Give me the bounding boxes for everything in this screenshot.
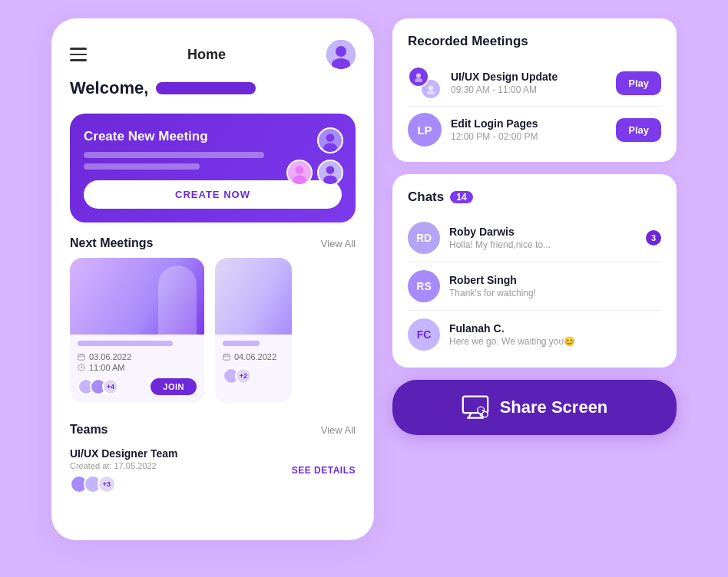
chat-preview-2: Thank's for watching! bbox=[449, 288, 661, 298]
svg-point-27 bbox=[429, 86, 433, 91]
meeting-card-content-2: 04.06.2022 +2 bbox=[215, 335, 292, 392]
meeting-card-date-1: 03.06.2022 bbox=[78, 352, 197, 361]
avatar-plus-2: +2 bbox=[235, 368, 252, 384]
meeting-avatars bbox=[286, 127, 343, 186]
rec-avatar-inner-1 bbox=[408, 66, 429, 87]
chats-title: Chats bbox=[408, 190, 444, 205]
meeting-card-actions-2: +2 bbox=[223, 368, 284, 384]
right-panel: Recorded Meetings UI/UX Design Update 09… bbox=[392, 18, 677, 435]
chat-item-1[interactable]: RD Roby Darwis Holla! My friend,nice to.… bbox=[408, 214, 661, 262]
svg-point-11 bbox=[323, 176, 337, 185]
meeting-card-actions-1: +4 JOIN bbox=[78, 378, 197, 395]
meeting-card-content-1: 03.06.2022 11:00 AM +4 JOIN bbox=[70, 335, 204, 403]
meeting-bar-long bbox=[84, 152, 264, 158]
rec-time-2: 12:00 PM - 02:00 PM bbox=[451, 131, 607, 142]
recorded-item-1: UI/UX Design Update 09:30 AM - 11:00 AM … bbox=[408, 60, 661, 106]
chat-info-3: Fulanah C. Here we go. We waiting you😊 bbox=[449, 322, 661, 347]
teams-section: Teams View All UI/UX Designer Team Creat… bbox=[51, 403, 374, 500]
rec-avatar-lp: LP bbox=[408, 113, 442, 147]
svg-point-4 bbox=[326, 134, 335, 142]
meeting-avatar-3 bbox=[317, 160, 343, 186]
play-button-1[interactable]: Play bbox=[616, 71, 661, 95]
chat-item-3[interactable]: FC Fulanah C. Here we go. We waiting you… bbox=[408, 310, 661, 358]
meeting-card-2: 04.06.2022 +2 bbox=[215, 258, 292, 403]
meeting-card-time-1: 11:00 AM bbox=[78, 363, 197, 372]
recorded-meetings-title: Recorded Meetings bbox=[408, 34, 661, 49]
share-screen-icon bbox=[462, 394, 489, 421]
chat-avatar-rd: RD bbox=[408, 222, 440, 254]
meeting-avatar-2 bbox=[286, 160, 313, 186]
user-avatar[interactable] bbox=[326, 40, 356, 69]
person-shape bbox=[158, 265, 197, 335]
share-screen-button[interactable]: Share Screen bbox=[392, 380, 677, 435]
avatar-stack-1: +4 bbox=[78, 378, 119, 395]
team-item-1: UI/UX Designer Team Created at: 17.05.20… bbox=[70, 441, 356, 500]
team-name: UI/UX Designer Team bbox=[70, 447, 284, 460]
rec-avatar-uiux bbox=[408, 66, 442, 100]
chat-avatar-fc: FC bbox=[408, 318, 440, 351]
rec-title-2: Edit Login Pages bbox=[451, 117, 607, 130]
svg-point-1 bbox=[336, 46, 346, 57]
avatar-plus-1: +4 bbox=[102, 378, 119, 395]
see-details-button[interactable]: SEE DETAILS bbox=[292, 465, 356, 476]
teams-view-all[interactable]: View All bbox=[321, 424, 356, 436]
chats-card: Chats 14 RD Roby Darwis Holla! My friend… bbox=[392, 174, 677, 368]
svg-point-8 bbox=[293, 176, 306, 185]
recorded-meetings-card: Recorded Meetings UI/UX Design Update 09… bbox=[392, 18, 677, 162]
page-title: Home bbox=[187, 47, 226, 63]
chat-name-3: Fulanah C. bbox=[449, 322, 661, 335]
meeting-card-bar-1 bbox=[78, 341, 173, 346]
share-screen-label: Share Screen bbox=[500, 397, 608, 417]
play-button-2[interactable]: Play bbox=[616, 118, 661, 142]
recorded-item-2: LP Edit Login Pages 12:00 PM - 02:00 PM … bbox=[408, 106, 661, 153]
welcome-text: Welcome, bbox=[70, 78, 356, 98]
chat-info-2: Robert Singh Thank's for watching! bbox=[449, 274, 661, 298]
rec-time-1: 09:30 AM - 11:00 AM bbox=[451, 84, 607, 95]
chat-avatar-rs: RS bbox=[408, 270, 440, 302]
svg-point-24 bbox=[416, 74, 421, 78]
next-meetings-view-all[interactable]: View All bbox=[321, 238, 356, 249]
rec-info-2: Edit Login Pages 12:00 PM - 02:00 PM bbox=[451, 117, 607, 142]
phone-card: Home Welcome, Create New Meeting bbox=[51, 18, 374, 540]
chat-info-1: Roby Darwis Holla! My friend,nice to... bbox=[449, 226, 637, 250]
meeting-card-1: 03.06.2022 11:00 AM +4 JOIN bbox=[70, 258, 204, 403]
menu-icon[interactable] bbox=[70, 48, 87, 61]
chat-preview-3: Here we go. We waiting you😊 bbox=[449, 336, 661, 347]
svg-rect-19 bbox=[223, 354, 230, 361]
join-button-1[interactable]: JOIN bbox=[151, 378, 197, 395]
svg-point-7 bbox=[296, 166, 304, 174]
app-container: Home Welcome, Create New Meeting bbox=[0, 0, 728, 577]
meeting-bar-short bbox=[84, 163, 200, 170]
meeting-avatar-1 bbox=[317, 127, 343, 153]
svg-rect-12 bbox=[78, 354, 84, 361]
svg-point-34 bbox=[482, 411, 488, 417]
meeting-card-img-1 bbox=[70, 258, 204, 335]
next-meetings-title: Next Meetings bbox=[70, 236, 153, 250]
chat-name-2: Robert Singh bbox=[449, 274, 661, 286]
chat-unread-1: 3 bbox=[646, 230, 661, 246]
svg-point-10 bbox=[326, 166, 335, 174]
chats-badge: 14 bbox=[450, 191, 472, 203]
chats-header: Chats 14 bbox=[408, 190, 661, 205]
chat-name-1: Roby Darwis bbox=[449, 226, 637, 238]
meetings-scroll: 03.06.2022 11:00 AM +4 JOIN bbox=[51, 258, 374, 403]
rec-title-1: UI/UX Design Update bbox=[451, 71, 607, 83]
chat-item-2[interactable]: RS Robert Singh Thank's for watching! bbox=[408, 262, 661, 310]
welcome-section: Welcome, bbox=[51, 78, 374, 107]
phone-header: Home bbox=[51, 18, 374, 78]
team-created: Created at: 17.05.2022 bbox=[70, 461, 284, 470]
welcome-name-bar bbox=[156, 82, 256, 94]
meeting-card-img-2 bbox=[215, 258, 292, 335]
svg-point-5 bbox=[323, 143, 337, 153]
rec-info-1: UI/UX Design Update 09:30 AM - 11:00 AM bbox=[451, 71, 607, 95]
chat-preview-1: Holla! My friend,nice to... bbox=[449, 239, 637, 250]
meeting-card-date-2: 04.06.2022 bbox=[223, 352, 284, 361]
teams-title: Teams bbox=[70, 423, 108, 437]
next-meetings-header: Next Meetings View All bbox=[51, 236, 374, 258]
avatar-stack-2: +2 bbox=[223, 368, 252, 384]
meeting-card-bar-2 bbox=[223, 341, 260, 346]
teams-header: Teams View All bbox=[70, 414, 356, 441]
create-meeting-card: Create New Meeting bbox=[70, 114, 356, 223]
team-avatars: +3 bbox=[70, 475, 284, 493]
team-avatar-plus: +3 bbox=[98, 475, 116, 493]
